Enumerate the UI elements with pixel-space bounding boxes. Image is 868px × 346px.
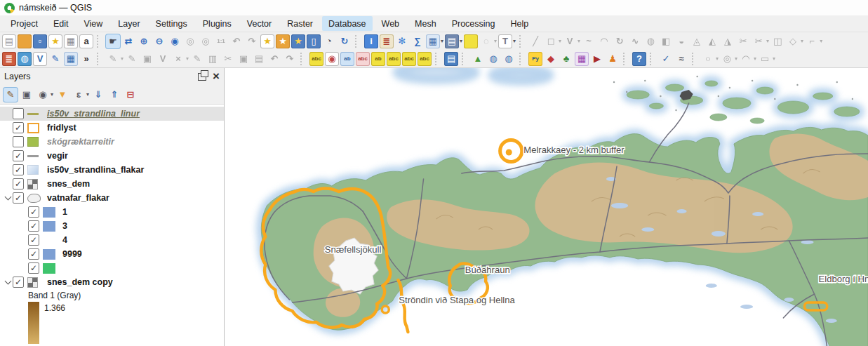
layer-checkbox-is50v_strandlina_linur[interactable]	[13, 108, 24, 119]
dropdown-arrow-icon[interactable]: ▾	[460, 38, 462, 44]
layer-checkbox-vatnafar-class-4[interactable]: ✓	[28, 234, 39, 246]
layer-row-vatnafar-class-3[interactable]: ✓3	[0, 219, 224, 233]
web-service-a-icon[interactable]: ◍	[486, 52, 500, 66]
layer-checkbox-fridlyst[interactable]: ✓	[13, 122, 24, 133]
dropdown-arrow-icon[interactable]: ▾	[559, 38, 561, 44]
dropdown-arrow-icon[interactable]: ▾	[773, 55, 775, 62]
open-layer-styling-icon[interactable]: ✎	[4, 88, 18, 102]
layer-checkbox-snes_dem[interactable]: ✓	[13, 178, 24, 189]
dropdown-arrow-icon[interactable]: ▾	[577, 38, 580, 44]
dropdown-arrow-icon[interactable]: ▾	[186, 55, 189, 62]
layer-row-vatnafar_flakar[interactable]: ✓vatnafar_flakar	[0, 191, 224, 205]
dropdown-arrow-icon[interactable]: ▾	[513, 38, 516, 44]
dropdown-arrow-icon[interactable]: ▾	[820, 38, 822, 44]
menu-edit[interactable]: Edit	[47, 16, 75, 31]
plugin-nodes-icon[interactable]: ◆	[544, 52, 558, 66]
zoom-full-icon[interactable]: ◉	[168, 34, 182, 48]
check-geometries-icon[interactable]: ✓	[659, 52, 673, 66]
layer-checkbox-vegir[interactable]: ✓	[13, 150, 24, 161]
map-canvas[interactable]: Melrakkaey - 2 km bufferSnæfellsjökullBú…	[225, 68, 868, 346]
menu-database[interactable]: Database	[322, 16, 373, 31]
add-spatialite-layer-icon[interactable]: ◍	[18, 52, 32, 66]
rotate-label-icon[interactable]: abc	[402, 52, 416, 66]
new-virtual-layer-icon[interactable]: ▦	[64, 52, 78, 66]
layer-row-is50v_strandlina_flakar[interactable]: ✓is50v_strandlina_flakar	[0, 163, 224, 177]
filter-by-expression-icon[interactable]: ε▾	[72, 88, 89, 102]
layer-checkbox-is50v_strandlina_flakar[interactable]: ✓	[13, 164, 24, 175]
menu-raster[interactable]: Raster	[281, 16, 319, 31]
layer-checkbox-skograektarreitir[interactable]	[13, 136, 24, 147]
layer-row-vatnafar-class-9999[interactable]: ✓9999	[0, 247, 224, 261]
remove-layer-icon[interactable]: ⊟	[123, 88, 138, 102]
dropdown-arrow-icon[interactable]: ▾	[51, 91, 53, 98]
dropdown-arrow-icon[interactable]: ▾	[494, 38, 497, 44]
expand-all-icon[interactable]: ⇓	[91, 88, 105, 102]
open-project-icon[interactable]	[18, 34, 32, 48]
pan-to-selection-icon[interactable]: ⇄	[121, 34, 135, 48]
show-sum-icon[interactable]: ∑	[410, 34, 425, 48]
manage-map-themes-icon[interactable]: ◉▾	[36, 88, 53, 102]
dropdown-arrow-icon[interactable]: ▾	[716, 55, 719, 62]
layer-row-vatnafar-class-1[interactable]: ✓1	[0, 205, 224, 219]
layer-row-vatnafar-class-4[interactable]: ✓4	[0, 233, 224, 247]
bookmark-manager-icon[interactable]: ★	[276, 34, 290, 48]
pin-labels-icon[interactable]: ab	[340, 52, 354, 66]
north-arrow-icon[interactable]: ▶	[590, 52, 604, 66]
layer-checkbox-vatnafar-class-9999[interactable]: ✓	[28, 248, 39, 260]
dropdown-arrow-icon[interactable]: ▾	[121, 55, 123, 62]
processing-options-icon[interactable]: ✻	[395, 34, 409, 48]
close-panel-icon[interactable]: ×	[213, 72, 220, 81]
new-project-icon[interactable]: ▤	[2, 34, 16, 48]
dropdown-arrow-icon[interactable]: ▾	[801, 38, 803, 44]
dropdown-arrow-icon[interactable]: ▾	[86, 91, 89, 98]
pan-map-icon[interactable]: ☛	[106, 34, 120, 48]
new-print-layout-icon[interactable]: ★	[48, 34, 62, 48]
toggle-label-visibility-icon[interactable]: ab	[371, 52, 385, 66]
zoom-out-icon[interactable]: ⊖	[152, 34, 166, 48]
menu-plugins[interactable]: Plugins	[196, 16, 238, 31]
dropdown-arrow-icon[interactable]: ▾	[735, 55, 737, 62]
add-group-icon[interactable]: ▣	[20, 88, 34, 102]
collapse-all-icon[interactable]: ⇑	[107, 88, 121, 102]
layer-checkbox-vatnafar-class-3[interactable]: ✓	[28, 220, 39, 232]
layer-checkbox-vatnafar-class-1[interactable]: ✓	[28, 206, 39, 218]
menu-mesh[interactable]: Mesh	[408, 16, 443, 31]
menu-vector[interactable]: Vector	[241, 16, 278, 31]
highlight-labels-icon[interactable]: abc	[356, 52, 370, 66]
float-panel-icon[interactable]	[198, 73, 206, 81]
dropdown-arrow-icon[interactable]: ▾	[766, 38, 769, 44]
db-manager-icon[interactable]: ▤	[444, 52, 458, 66]
map-tips-icon[interactable]	[464, 34, 478, 48]
menu-layer[interactable]: Layer	[112, 16, 146, 31]
layer-row-is50v_strandlina_linur[interactable]: is50v_strandlina_linur	[0, 107, 224, 121]
attribute-table-icon[interactable]: ▦▾	[426, 34, 443, 48]
menu-processing[interactable]: Processing	[446, 16, 502, 31]
layer-row-fridlyst[interactable]: ✓fridlyst	[0, 121, 224, 135]
new-geopackage-layer-icon[interactable]: ✎	[48, 52, 62, 66]
data-source-manager-icon[interactable]: ≣	[2, 52, 16, 66]
filter-legend-icon[interactable]: ▼	[55, 88, 69, 102]
text-annotation-icon[interactable]: T▾	[498, 34, 516, 48]
layer-labeling-icon[interactable]: abc	[309, 52, 323, 66]
menu-web[interactable]: Web	[375, 16, 406, 31]
style-manager-icon[interactable]: a	[79, 34, 93, 48]
menu-view[interactable]: View	[77, 16, 109, 31]
layer-checkbox-vatnafar_flakar[interactable]: ✓	[13, 192, 24, 204]
layer-row-snes_dem_copy[interactable]: ✓snes_dem copy	[0, 275, 224, 289]
select-features-icon[interactable]: ▤▾	[445, 34, 462, 48]
help-contents-icon[interactable]: ?	[632, 52, 646, 66]
layer-row-snes_dem[interactable]: ✓snes_dem	[0, 177, 224, 191]
menu-help[interactable]: Help	[504, 16, 535, 31]
change-label-icon[interactable]: abc	[418, 52, 432, 66]
move-label-icon[interactable]: abc	[387, 52, 401, 66]
save-project-icon[interactable]: ▫	[33, 34, 47, 48]
osm-figure-icon[interactable]: ♟	[606, 52, 620, 66]
collapse-chevron-icon[interactable]	[3, 281, 13, 284]
topology-checker-icon[interactable]: ≈	[674, 52, 688, 66]
menu-settings[interactable]: Settings	[149, 16, 194, 31]
web-service-b-icon[interactable]: ◍	[502, 52, 516, 66]
statistical-summary-icon[interactable]: ≣	[380, 34, 394, 48]
identify-features-icon[interactable]: i	[364, 34, 378, 48]
dropdown-arrow-icon[interactable]: ▾	[754, 55, 756, 62]
raster-multi-icon[interactable]: ▦	[575, 52, 589, 66]
